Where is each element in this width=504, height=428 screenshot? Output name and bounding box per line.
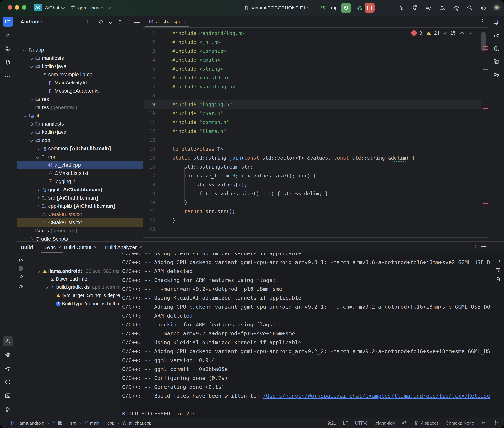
line-number[interactable]: 8: [143, 91, 155, 100]
indent-indicator[interactable]: 4 spaces: [414, 420, 439, 426]
line-number[interactable]: 15: [143, 153, 155, 162]
tree-item-app[interactable]: app: [17, 46, 143, 54]
notifications-tool-button[interactable]: [493, 19, 500, 26]
editor-area[interactable]: ai_chat.cpp × ⋮ 1 2 3 4 5 6 7 8 9 10 11 …: [143, 16, 488, 241]
add-icon[interactable]: +: [85, 19, 91, 25]
breadcrumb-item[interactable]: llama.android: [11, 420, 44, 426]
tree-item-cmakelists-cpp[interactable]: CMakeLists.txt: [17, 169, 143, 177]
chevron-expanded-icon[interactable]: [34, 153, 41, 161]
panel-options-icon[interactable]: ⋮: [125, 19, 131, 25]
line-number[interactable]: 21: [143, 207, 155, 216]
tree-item-cpp-httplib[interactable]: cpp-httplib [AiChat.lib.main]: [17, 202, 143, 210]
log-line-with-link[interactable]: C/C++: -- Build files have been written …: [122, 391, 490, 400]
device-manager-tool-button[interactable]: [493, 45, 500, 52]
line-number[interactable]: 20: [143, 198, 155, 207]
chevron-expanded-icon[interactable]: [22, 112, 28, 120]
tree-item-package[interactable]: com.example.llama: [17, 70, 143, 79]
tree-item-src[interactable]: src [AiChat.lib.main]: [17, 194, 143, 202]
prev-problem-icon[interactable]: [460, 32, 464, 35]
expand-all-icon[interactable]: [107, 19, 113, 25]
tree-item-kotlin-java[interactable]: kotlin+java: [17, 62, 143, 70]
project-view-selector[interactable]: Android: [21, 19, 40, 25]
tree-item-common[interactable]: common [AiChat.lib.main]: [17, 144, 143, 153]
inspections-widget[interactable]: ! 3 24 ✔ 15: [411, 29, 471, 37]
hide-panel-icon[interactable]: —: [134, 19, 140, 25]
structure-tool-button[interactable]: [4, 45, 11, 52]
project-tool-button[interactable]: [3, 16, 13, 26]
chevron-expanded-icon[interactable]: [35, 267, 41, 275]
tree-item-lib-kotlin-java[interactable]: kotlin+java: [17, 128, 143, 136]
line-number[interactable]: 4: [143, 56, 155, 64]
chevron-expanded-icon[interactable]: [43, 283, 49, 291]
tree-item-lib-manifests[interactable]: manifests: [17, 120, 143, 128]
build-tool-button[interactable]: [3, 336, 13, 346]
chevron-collapsed-icon[interactable]: [28, 128, 34, 136]
user-avatar[interactable]: [493, 4, 501, 12]
build-tree-item-jvmtarget-warning[interactable]: 'jvmTarget: String' is deprec: [55, 291, 120, 299]
profiler-icon[interactable]: [425, 4, 432, 11]
lock-icon[interactable]: [481, 420, 486, 426]
chevron-collapsed-icon[interactable]: [22, 235, 28, 241]
error-stripe-mark[interactable]: [483, 46, 488, 47]
caret-position[interactable]: 9:21: [328, 420, 336, 426]
line-number[interactable]: 23: [143, 225, 155, 234]
more-tools-button[interactable]: ···: [4, 73, 11, 80]
profiler-tool-button[interactable]: [4, 365, 11, 372]
chevron-collapsed-icon[interactable]: [34, 194, 41, 202]
settings-gear-icon[interactable]: [480, 4, 487, 11]
chevron-collapsed-icon[interactable]: [28, 95, 34, 103]
chevron-collapsed-icon[interactable]: [34, 202, 41, 210]
chevron-collapsed-icon[interactable]: [34, 144, 41, 153]
tree-item-res[interactable]: res: [17, 95, 143, 103]
build-tree-item-buildtype-info[interactable]: i BuildType 'debug' is both de: [55, 300, 120, 308]
line-number-current[interactable]: 9: [143, 100, 155, 109]
line-number[interactable]: 3: [143, 47, 155, 56]
close-tab-icon[interactable]: ×: [139, 245, 142, 250]
next-problem-icon[interactable]: [468, 31, 472, 34]
version-control-tool-button[interactable]: [4, 406, 11, 413]
chevron-expanded-icon[interactable]: [28, 62, 34, 70]
formatter-icon[interactable]: [402, 420, 407, 426]
close-tab-icon[interactable]: ×: [58, 245, 61, 250]
tab-sync[interactable]: Sync×: [45, 242, 61, 253]
tree-item-cpp[interactable]: cpp: [17, 136, 143, 144]
scroll-to-end-icon[interactable]: [495, 257, 501, 263]
error-analysis-icon[interactable]: [493, 420, 498, 426]
breadcrumb-item[interactable]: ai_chat.cpp: [122, 420, 151, 426]
chevron-expanded-icon[interactable]: [34, 70, 41, 79]
problems-tool-button[interactable]: [4, 379, 11, 386]
code-style-indicator[interactable]: .clang-tidy: [375, 420, 395, 426]
tree-item-mainactivity[interactable]: MainActivity.kt: [17, 79, 143, 87]
run-config-selector[interactable]: app: [330, 0, 343, 16]
line-number[interactable]: 14: [143, 145, 155, 153]
tree-item-ai-chat-cpp-selected[interactable]: ai_chat.cpp: [17, 161, 143, 169]
running-devices-tool-button[interactable]: [493, 58, 500, 65]
line-number[interactable]: 5: [143, 64, 155, 73]
stop-button[interactable]: [365, 3, 375, 13]
gemini-chat-tool-button[interactable]: [493, 71, 500, 79]
line-number[interactable]: 2: [143, 38, 155, 47]
line-number[interactable]: 18: [143, 180, 155, 189]
line-number[interactable]: 22: [143, 216, 155, 225]
tree-item-manifests[interactable]: manifests: [17, 54, 143, 62]
line-number[interactable]: 7: [143, 82, 155, 91]
branch-selector[interactable]: ggml-master: [78, 0, 110, 16]
tree-item-messageadapter[interactable]: MessageAdapter.kt: [17, 87, 143, 95]
apply-changes-icon[interactable]: [412, 4, 419, 11]
chevron-expanded-icon[interactable]: [22, 46, 28, 54]
device-selector[interactable]: Xiaomi POCOPHONE F1: [251, 0, 311, 16]
tree-item-ggml[interactable]: ggml [AiChat.lib.main]: [17, 185, 143, 194]
build-tree-item-build-gradle[interactable]: build.gradle.kts app 1 warning: [43, 283, 120, 291]
panel-options-icon[interactable]: ⋮: [473, 244, 478, 250]
error-stripe-mark[interactable]: [483, 203, 488, 204]
tab-build-output[interactable]: Build Output×: [64, 242, 97, 253]
editor-options-icon[interactable]: ⋮: [480, 18, 485, 24]
ai-context-indicator[interactable]: Context: None: [446, 420, 474, 426]
tree-item-lib-res-generated[interactable]: res (generated): [17, 227, 143, 235]
debug-button[interactable]: [356, 4, 363, 11]
tab-ai-chat-cpp[interactable]: ai_chat.cpp ×: [145, 16, 190, 27]
breadcrumb-item[interactable]: cpp: [107, 420, 115, 426]
chevron-collapsed-icon[interactable]: [28, 54, 34, 62]
encoding-indicator[interactable]: UTF-8: [355, 420, 368, 426]
zoom-window-button[interactable]: [22, 5, 26, 10]
